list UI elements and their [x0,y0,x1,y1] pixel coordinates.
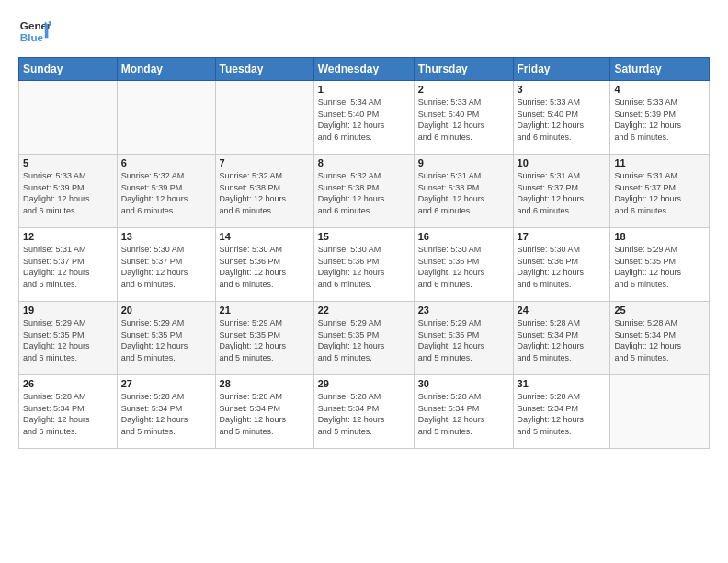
day-info: Sunrise: 5:31 AM Sunset: 5:38 PM Dayligh… [418,170,509,216]
calendar-day-20: 20Sunrise: 5:29 AM Sunset: 5:35 PM Dayli… [117,302,215,375]
day-info: Sunrise: 5:29 AM Sunset: 5:35 PM Dayligh… [418,317,509,363]
day-number: 8 [318,157,410,168]
day-number: 1 [318,84,410,95]
day-info: Sunrise: 5:29 AM Sunset: 5:35 PM Dayligh… [614,244,705,290]
day-number: 11 [614,157,705,168]
calendar-day-24: 24Sunrise: 5:28 AM Sunset: 5:34 PM Dayli… [513,302,610,375]
day-number: 2 [418,84,509,95]
calendar-day-28: 28Sunrise: 5:28 AM Sunset: 5:34 PM Dayli… [215,375,313,449]
day-number: 28 [220,378,310,389]
svg-text:Blue: Blue [20,31,44,43]
day-info: Sunrise: 5:29 AM Sunset: 5:35 PM Dayligh… [220,317,310,363]
day-info: Sunrise: 5:32 AM Sunset: 5:38 PM Dayligh… [220,170,310,216]
day-info: Sunrise: 5:33 AM Sunset: 5:40 PM Dayligh… [418,97,509,143]
calendar-day-27: 27Sunrise: 5:28 AM Sunset: 5:34 PM Dayli… [117,375,215,449]
day-info: Sunrise: 5:33 AM Sunset: 5:40 PM Dayligh… [518,97,607,143]
day-info: Sunrise: 5:28 AM Sunset: 5:34 PM Dayligh… [23,391,113,437]
calendar-day-3: 3Sunrise: 5:33 AM Sunset: 5:40 PM Daylig… [513,81,610,155]
calendar-day-13: 13Sunrise: 5:30 AM Sunset: 5:37 PM Dayli… [117,228,215,302]
calendar-day-31: 31Sunrise: 5:28 AM Sunset: 5:34 PM Dayli… [513,375,610,449]
calendar-day-6: 6Sunrise: 5:32 AM Sunset: 5:39 PM Daylig… [117,155,215,228]
day-number: 17 [518,231,607,242]
day-number: 23 [418,304,509,316]
calendar-week-4: 19Sunrise: 5:29 AM Sunset: 5:35 PM Dayli… [19,302,710,375]
calendar-week-1: 1Sunrise: 5:34 AM Sunset: 5:40 PM Daylig… [19,81,710,155]
calendar-day-11: 11Sunrise: 5:31 AM Sunset: 5:37 PM Dayli… [610,155,710,228]
day-info: Sunrise: 5:30 AM Sunset: 5:36 PM Dayligh… [318,244,410,290]
calendar-empty-cell [19,81,118,155]
day-number: 22 [318,304,410,316]
day-number: 5 [23,157,113,168]
weekday-header-sunday: Sunday [19,58,118,81]
day-info: Sunrise: 5:28 AM Sunset: 5:34 PM Dayligh… [518,391,607,437]
calendar-day-29: 29Sunrise: 5:28 AM Sunset: 5:34 PM Dayli… [313,375,414,449]
logo-icon: General Blue [18,15,51,48]
day-number: 15 [318,231,410,242]
day-number: 31 [518,378,607,389]
calendar-week-3: 12Sunrise: 5:31 AM Sunset: 5:37 PM Dayli… [19,228,710,302]
day-number: 6 [121,157,211,168]
weekday-header-row: SundayMondayTuesdayWednesdayThursdayFrid… [19,58,710,81]
day-info: Sunrise: 5:31 AM Sunset: 5:37 PM Dayligh… [518,170,607,216]
calendar-day-5: 5Sunrise: 5:33 AM Sunset: 5:39 PM Daylig… [19,155,118,228]
calendar-week-2: 5Sunrise: 5:33 AM Sunset: 5:39 PM Daylig… [19,155,710,228]
day-info: Sunrise: 5:28 AM Sunset: 5:34 PM Dayligh… [121,391,211,437]
day-info: Sunrise: 5:32 AM Sunset: 5:38 PM Dayligh… [318,170,410,216]
day-number: 18 [614,231,705,242]
weekday-header-friday: Friday [513,58,610,81]
day-number: 27 [121,378,211,389]
day-info: Sunrise: 5:34 AM Sunset: 5:40 PM Dayligh… [318,97,410,143]
calendar-day-8: 8Sunrise: 5:32 AM Sunset: 5:38 PM Daylig… [313,155,414,228]
day-number: 9 [418,157,509,168]
page: General Blue SundayMondayTuesdayWednesda… [0,0,728,563]
calendar-day-25: 25Sunrise: 5:28 AM Sunset: 5:34 PM Dayli… [610,302,710,375]
calendar-week-5: 26Sunrise: 5:28 AM Sunset: 5:34 PM Dayli… [19,375,710,449]
day-number: 3 [518,84,607,95]
day-number: 30 [418,378,509,389]
weekday-header-monday: Monday [117,58,215,81]
calendar-day-23: 23Sunrise: 5:29 AM Sunset: 5:35 PM Dayli… [414,302,513,375]
day-number: 13 [121,231,211,242]
day-info: Sunrise: 5:29 AM Sunset: 5:35 PM Dayligh… [121,317,211,363]
day-info: Sunrise: 5:31 AM Sunset: 5:37 PM Dayligh… [23,244,113,290]
calendar-day-10: 10Sunrise: 5:31 AM Sunset: 5:37 PM Dayli… [513,155,610,228]
day-info: Sunrise: 5:28 AM Sunset: 5:34 PM Dayligh… [220,391,310,437]
calendar-day-14: 14Sunrise: 5:30 AM Sunset: 5:36 PM Dayli… [215,228,313,302]
day-number: 26 [23,378,113,389]
day-number: 25 [614,304,705,316]
day-number: 21 [220,304,310,316]
calendar-day-12: 12Sunrise: 5:31 AM Sunset: 5:37 PM Dayli… [19,228,118,302]
day-number: 16 [418,231,509,242]
weekday-header-tuesday: Tuesday [215,58,313,81]
calendar-day-17: 17Sunrise: 5:30 AM Sunset: 5:36 PM Dayli… [513,228,610,302]
day-info: Sunrise: 5:28 AM Sunset: 5:34 PM Dayligh… [518,317,607,363]
day-info: Sunrise: 5:29 AM Sunset: 5:35 PM Dayligh… [23,317,113,363]
day-info: Sunrise: 5:32 AM Sunset: 5:39 PM Dayligh… [121,170,211,216]
day-number: 4 [614,84,705,95]
day-number: 10 [518,157,607,168]
calendar-day-30: 30Sunrise: 5:28 AM Sunset: 5:34 PM Dayli… [414,375,513,449]
day-number: 24 [518,304,607,316]
day-number: 20 [121,304,211,316]
calendar-empty-cell [610,375,710,449]
day-info: Sunrise: 5:28 AM Sunset: 5:34 PM Dayligh… [418,391,509,437]
day-number: 14 [220,231,310,242]
day-number: 29 [318,378,410,389]
calendar-day-21: 21Sunrise: 5:29 AM Sunset: 5:35 PM Dayli… [215,302,313,375]
header: General Blue [18,15,710,48]
day-info: Sunrise: 5:33 AM Sunset: 5:39 PM Dayligh… [23,170,113,216]
day-info: Sunrise: 5:28 AM Sunset: 5:34 PM Dayligh… [614,317,705,363]
weekday-header-thursday: Thursday [414,58,513,81]
day-info: Sunrise: 5:33 AM Sunset: 5:39 PM Dayligh… [614,97,705,143]
calendar-day-9: 9Sunrise: 5:31 AM Sunset: 5:38 PM Daylig… [414,155,513,228]
calendar-day-26: 26Sunrise: 5:28 AM Sunset: 5:34 PM Dayli… [19,375,118,449]
day-info: Sunrise: 5:30 AM Sunset: 5:37 PM Dayligh… [121,244,211,290]
calendar-day-16: 16Sunrise: 5:30 AM Sunset: 5:36 PM Dayli… [414,228,513,302]
day-number: 12 [23,231,113,242]
logo: General Blue [18,15,61,48]
weekday-header-wednesday: Wednesday [313,58,414,81]
calendar-day-18: 18Sunrise: 5:29 AM Sunset: 5:35 PM Dayli… [610,228,710,302]
day-info: Sunrise: 5:29 AM Sunset: 5:35 PM Dayligh… [318,317,410,363]
day-info: Sunrise: 5:30 AM Sunset: 5:36 PM Dayligh… [418,244,509,290]
day-info: Sunrise: 5:30 AM Sunset: 5:36 PM Dayligh… [518,244,607,290]
